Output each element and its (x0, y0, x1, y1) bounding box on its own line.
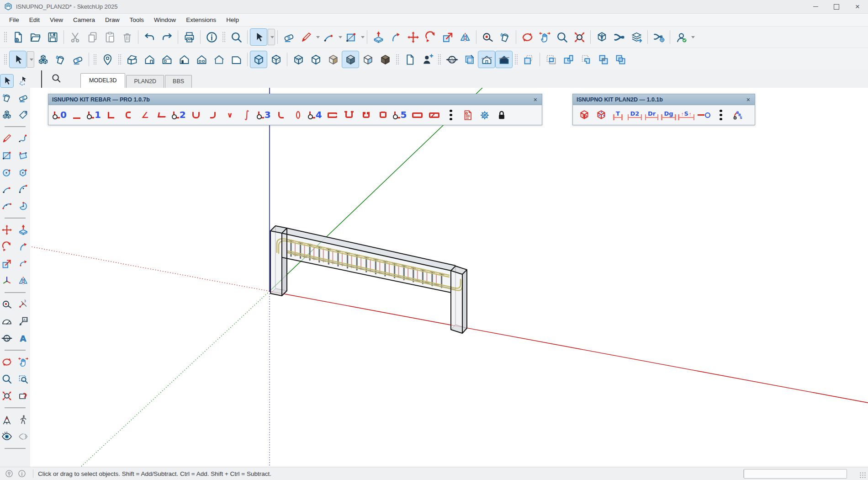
palette-arcdots-button[interactable] (0, 182, 14, 196)
minimize-button[interactable] (805, 0, 826, 13)
extension-manager-button[interactable] (650, 28, 667, 46)
rebar-group-1-button[interactable]: 1 (85, 107, 103, 123)
palette-move-button[interactable] (0, 223, 14, 237)
palette-orbit-button[interactable] (0, 355, 14, 369)
rebar-group-3-button[interactable]: 3 (255, 107, 273, 123)
plan2d-dim-s-button[interactable]: ↑S↑ (677, 107, 695, 123)
palette-circle-button[interactable] (0, 165, 14, 179)
account-dropdown[interactable] (691, 36, 695, 38)
palette-eraser-button[interactable] (16, 91, 30, 105)
rebar-stirrup-closed-button[interactable] (409, 107, 426, 123)
flip-button[interactable] (456, 28, 474, 46)
plan2d-more-button[interactable] (712, 107, 729, 123)
rebar-group-4-button[interactable]: 4 (307, 107, 324, 123)
cut-button[interactable] (66, 28, 84, 46)
select-button[interactable] (250, 28, 267, 46)
palette-axes-button[interactable] (0, 274, 14, 288)
palette-eyeline-button[interactable] (16, 430, 30, 443)
rotate-button[interactable] (422, 28, 439, 46)
palette-followme-button[interactable] (16, 240, 30, 254)
eraser-2-button[interactable] (69, 51, 86, 68)
toolbar-drag-grip[interactable] (222, 32, 226, 43)
tab-plan2d[interactable]: PLAN2D (126, 75, 164, 88)
push-pull-button[interactable] (370, 28, 387, 46)
rebar-settings-button[interactable] (476, 107, 493, 123)
toolbar-drag-grip[interactable] (438, 54, 441, 65)
toolbar-drag-grip[interactable] (118, 54, 122, 65)
palette-freehand-button[interactable] (16, 132, 30, 145)
palette-scale-button[interactable] (0, 257, 14, 271)
move-button[interactable] (404, 28, 422, 46)
print-button[interactable] (180, 28, 198, 46)
toolbar-drag-grip[interactable] (93, 54, 97, 65)
toolbar-drag-grip[interactable] (4, 54, 7, 65)
palette-tape-button[interactable] (0, 298, 14, 311)
rebar-straight-bar-button[interactable] (69, 107, 85, 123)
rebar-group-5-button[interactable]: 5 (392, 107, 409, 123)
plan2d-dim-dr-button[interactable]: Dr (643, 107, 660, 123)
copy-button[interactable] (84, 28, 101, 46)
rebar-report-button[interactable] (460, 107, 476, 123)
arcs-dropdown[interactable] (339, 36, 342, 38)
menu-draw[interactable]: Draw (101, 15, 124, 25)
rebar-shape-j2-button[interactable] (273, 107, 290, 123)
palette-text3d-button[interactable]: A (16, 331, 30, 345)
line-dropdown[interactable] (316, 36, 320, 38)
rebar-shape-l-button[interactable] (103, 107, 120, 123)
section-plane-button[interactable]: CA·B (443, 51, 460, 68)
plan2d-axes-box-button[interactable]: zyx (593, 107, 609, 123)
palette-components-button[interactable] (0, 108, 14, 122)
palette-paint-button[interactable] (0, 91, 14, 105)
palette-rotrect-button[interactable] (16, 149, 30, 162)
share-model-button[interactable] (628, 28, 645, 46)
plan2d-dim-dg-button[interactable]: Dg (660, 107, 677, 123)
rebar-stirrup-u1-button[interactable] (358, 107, 375, 123)
palette-protractor-button[interactable] (0, 315, 14, 328)
view-left-button[interactable] (210, 51, 228, 68)
palette-polygon-button[interactable] (16, 165, 30, 179)
display-section-fills-button[interactable] (495, 51, 513, 68)
plan2d-dim-d2-button[interactable]: D2 (626, 107, 643, 123)
view-back-button[interactable] (193, 51, 210, 68)
account-button[interactable] (672, 28, 690, 46)
menu-tools[interactable]: Tools (125, 15, 149, 25)
menu-window[interactable]: Window (149, 15, 180, 25)
palette-zoom-button[interactable] (0, 372, 14, 386)
paste-button[interactable] (101, 28, 118, 46)
toolbar-drag-grip[interactable] (4, 32, 7, 43)
scale-button[interactable] (439, 28, 456, 46)
palette-poscam-button[interactable] (0, 413, 14, 427)
palette-zoomext-button[interactable] (0, 389, 14, 403)
drawing-viewport[interactable]: ISNUPNO KIT REBAR — PRO 1.0.7b × 01∠2∨∫3… (30, 88, 868, 467)
palette-dims-button[interactable]: 3 (16, 298, 30, 311)
rebar-stirrup-hook-button[interactable] (426, 107, 443, 123)
rebar-license-button[interactable] (493, 107, 510, 123)
rebar-shape-u-button[interactable] (188, 107, 205, 123)
palette-flip-button[interactable] (16, 274, 30, 288)
plan2d-leader-button[interactable] (695, 107, 712, 123)
rebar-shape-s-button[interactable]: ∫ (238, 107, 255, 123)
display-section-cuts-button[interactable] (478, 51, 495, 68)
plan2d-dim-t-button[interactable]: T (609, 107, 626, 123)
rebar-shape-l-hook-button[interactable] (153, 107, 170, 123)
plan2d-bbs-button[interactable]: BBS (729, 107, 746, 123)
solid-split-button[interactable] (612, 51, 629, 68)
rebar-shape-v-button[interactable]: ∨ (222, 107, 238, 123)
menu-help[interactable]: Help (222, 15, 243, 25)
palette-rotate-button[interactable] (0, 240, 14, 254)
view-right-button[interactable] (175, 51, 193, 68)
rebar-group-0-button[interactable]: 0 (51, 107, 69, 123)
extension-warehouse-button[interactable] (610, 28, 628, 46)
style-back-edges-button[interactable] (267, 51, 285, 68)
follow-me-button[interactable] (387, 28, 404, 46)
style-shaded-textures-button[interactable] (342, 51, 359, 68)
maximize-button[interactable] (826, 0, 847, 13)
tab-bbs[interactable]: BBS (165, 75, 192, 88)
eraser-button[interactable] (280, 28, 297, 46)
palette-prevview-button[interactable] (16, 389, 30, 403)
style-wireframe-button[interactable] (290, 51, 307, 68)
rebar-shape-c-button[interactable] (120, 107, 137, 123)
palette-offset-button[interactable] (16, 257, 30, 271)
zoom-extents-button[interactable] (571, 28, 588, 46)
palette-texttool-button[interactable]: A1 (16, 315, 30, 328)
